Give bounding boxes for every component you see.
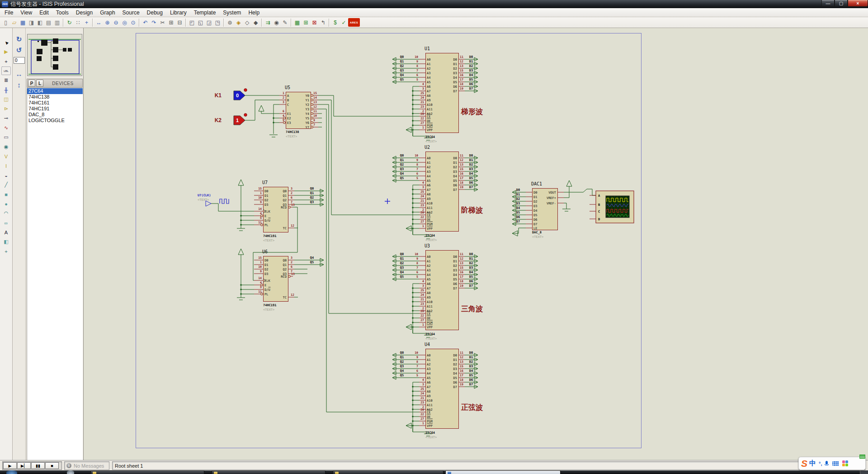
save-file-icon[interactable]: ▦ [19,18,27,27]
bill-of-materials-icon[interactable]: $ [331,18,340,27]
ime-mode-chinese[interactable]: 中 [809,459,816,468]
component-mode-icon[interactable]: ▶ [1,47,11,56]
decompose-icon[interactable]: ◆ [251,18,260,27]
rotation-angle-input[interactable] [14,57,25,64]
taskbar-window-folder-1[interactable] [90,470,204,474]
pick-parts-icon[interactable]: ⊚ [226,18,234,27]
selection-mode-icon[interactable]: ▲ [0,36,13,48]
packaging-tool-icon[interactable]: ◇ [243,18,251,27]
marker-2d-icon[interactable]: + [1,247,11,256]
menu-file[interactable]: File [1,9,17,17]
redraw-icon[interactable]: ↻ [65,18,74,27]
copy-icon[interactable]: ⊞ [167,18,175,27]
menu-view[interactable]: View [17,9,36,17]
paste-icon[interactable]: ⊟ [175,18,184,27]
menu-edit[interactable]: Edit [36,9,52,17]
wire-autorouter-icon[interactable]: ⇉ [264,18,272,27]
voltage-probe-mode-icon[interactable]: V [1,152,11,161]
taskbar-window-folder-2[interactable] [212,470,326,474]
open-file-icon[interactable]: ▱ [10,18,19,27]
electrical-rule-check-icon[interactable]: ✓ [340,18,348,27]
subcircuit-mode-icon[interactable]: ◫ [1,95,11,104]
pick-devices-button[interactable]: P [28,80,35,87]
taskbar-window-active[interactable] [445,470,561,474]
ime-punctuation-icon[interactable]: °, [819,461,822,466]
device-pins-mode-icon[interactable]: ⊸ [1,114,11,123]
ime-keyboard-icon[interactable] [832,461,839,466]
import-section-icon[interactable]: ◨ [27,18,36,27]
sim-step-button[interactable]: ▶▏ [17,462,31,469]
taskbar-window-folder-3[interactable] [333,470,443,474]
block-move-icon[interactable]: ◱ [196,18,205,27]
virtual-instruments-mode-icon[interactable]: ◒ [1,171,11,180]
exit-to-parent-icon[interactable]: ↰ [319,18,327,27]
schematic-canvas[interactable]: U51A2B3C6E14E25E315Y014Y113Y212Y311Y410Y… [84,28,868,460]
graph-mode-icon[interactable]: ∿ [1,123,11,132]
zoom-in-icon[interactable]: ⊕ [103,18,112,27]
sim-play-button[interactable]: ▶ [3,462,17,469]
ime-toolbox-icon[interactable] [842,460,848,466]
tape-recorder-mode-icon[interactable]: ▭ [1,133,11,142]
make-device-icon[interactable]: ◈ [234,18,243,27]
menu-source[interactable]: Source [119,9,143,17]
menu-tools[interactable]: Tools [52,9,72,17]
sim-stop-button[interactable]: ■ [45,462,59,469]
export-section-icon[interactable]: ◧ [36,18,44,27]
line-2d-icon[interactable]: ╱ [1,180,11,189]
mirror-horizontal-button[interactable]: ↔ [14,69,24,79]
rotate-ccw-button[interactable]: ↺ [14,45,24,55]
generator-mode-icon[interactable]: ◉ [1,142,11,151]
design-explorer-icon[interactable]: ▦ [293,18,302,27]
rotate-cw-button[interactable]: ↻ [14,34,24,44]
new-sheet-icon[interactable]: ⊞ [302,18,310,27]
device-item-74hc138[interactable]: 74HC138 [27,94,83,100]
block-delete-icon[interactable]: ◳ [213,18,222,27]
zoom-out-icon[interactable]: ⊖ [112,18,120,27]
device-item-27c64[interactable]: 27C64 [27,88,83,94]
print-icon[interactable]: ▤ [44,18,53,27]
search-components-icon[interactable]: ◉ [272,18,281,27]
menu-help[interactable]: Help [245,9,263,17]
menu-system[interactable]: System [219,9,245,17]
menu-library[interactable]: Library [166,9,190,17]
taskbar-icon[interactable] [67,470,74,474]
cut-icon[interactable]: ✂ [158,18,167,27]
sogou-logo[interactable]: S [801,459,807,468]
ime-microphone-icon[interactable] [825,461,829,466]
circle-2d-icon[interactable]: ● [1,199,11,208]
minimize-button[interactable]: — [821,0,835,7]
block-rotate-icon[interactable]: ◲ [205,18,213,27]
symbol-2d-icon[interactable]: ◧ [1,237,11,246]
undo-icon[interactable]: ↶ [141,18,150,27]
toggle-grid-icon[interactable]: ∷ [74,18,82,27]
redo-icon[interactable]: ↷ [150,18,158,27]
mark-output-area-icon[interactable]: ▥ [53,18,61,27]
pan-icon[interactable]: ↔ [94,18,103,27]
device-item-74hc161[interactable]: 74HC161 [27,100,83,106]
menu-design[interactable]: Design [72,9,96,17]
device-item-dac_8[interactable]: DAC_8 [27,112,83,118]
property-assignment-icon[interactable]: ✎ [281,18,289,27]
start-orb[interactable] [6,470,17,474]
path-2d-icon[interactable]: ∞ [1,218,11,227]
show-desktop-button[interactable] [860,470,868,474]
junction-dot-mode-icon[interactable]: + [1,57,11,66]
wire-label-mode-icon[interactable]: LBL [1,66,11,75]
zoom-all-icon[interactable]: ◎ [120,18,129,27]
zoom-area-icon[interactable]: ⊙ [129,18,137,27]
new-file-icon[interactable]: ▯ [1,18,10,27]
block-copy-icon[interactable]: ◰ [188,18,196,27]
close-button[interactable]: × [848,0,868,7]
device-item-74hc191[interactable]: 74HC191 [27,106,83,112]
menu-graph[interactable]: Graph [96,9,118,17]
terminals-mode-icon[interactable]: ⊳ [1,104,11,113]
buses-mode-icon[interactable]: ╫ [1,85,11,94]
menu-template[interactable]: Template [190,9,220,17]
mirror-vertical-button[interactable]: ↕ [14,80,24,90]
origin-icon[interactable]: + [82,18,91,27]
library-button[interactable]: L [36,80,43,87]
remove-sheet-icon[interactable]: ⊠ [310,18,319,27]
box-2d-icon[interactable]: ■ [1,190,11,199]
overview-minimap[interactable] [27,34,82,76]
menu-debug[interactable]: Debug [143,9,166,17]
